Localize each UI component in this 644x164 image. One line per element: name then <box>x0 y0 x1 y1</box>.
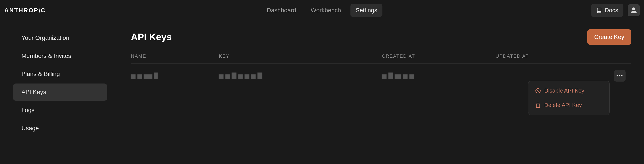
table-row: ••• Disable API Key Delete API Ke <box>131 63 631 88</box>
col-header-name: NAME <box>131 53 219 59</box>
page-title: API Keys <box>131 32 172 42</box>
sidebar: Your Organization Members & Invites Plan… <box>13 29 114 137</box>
create-key-button[interactable]: Create Key <box>587 29 631 45</box>
trash-icon <box>535 103 541 108</box>
svg-line-1 <box>536 89 540 92</box>
docs-button[interactable]: Docs <box>591 4 624 17</box>
top-nav: Dashboard Workbench Settings <box>262 4 382 17</box>
sidebar-item-logs[interactable]: Logs <box>13 102 107 119</box>
delete-key-button[interactable]: Delete API Key <box>531 98 607 112</box>
nav-workbench[interactable]: Workbench <box>306 4 346 17</box>
nav-dashboard[interactable]: Dashboard <box>262 4 301 17</box>
redacted-key <box>219 72 382 79</box>
nav-settings[interactable]: Settings <box>350 4 382 17</box>
row-more-button[interactable]: ••• <box>614 70 626 81</box>
sidebar-item-organization[interactable]: Your Organization <box>13 29 107 46</box>
redacted-name <box>131 72 219 79</box>
avatar[interactable] <box>628 4 640 16</box>
disable-label: Disable API Key <box>544 87 584 94</box>
sidebar-item-billing[interactable]: Plans & Billing <box>13 65 107 83</box>
col-header-updated: UPDATED AT <box>496 53 614 59</box>
book-icon <box>596 8 602 13</box>
row-actions-dropdown: Disable API Key Delete API Key <box>528 81 610 115</box>
disable-icon <box>535 88 541 94</box>
delete-label: Delete API Key <box>544 102 582 109</box>
sidebar-item-usage[interactable]: Usage <box>13 120 107 137</box>
docs-label: Docs <box>604 7 618 14</box>
brand-logo: ANTHROP\C <box>4 7 46 14</box>
col-header-created: CREATED AT <box>382 53 496 59</box>
table-header: NAME KEY CREATED AT UPDATED AT <box>131 53 631 63</box>
user-icon <box>630 7 638 14</box>
sidebar-item-api-keys[interactable]: API Keys <box>13 84 107 101</box>
disable-key-button[interactable]: Disable API Key <box>531 84 607 98</box>
sidebar-item-members[interactable]: Members & Invites <box>13 47 107 64</box>
redacted-created <box>382 72 496 79</box>
col-header-key: KEY <box>219 53 382 59</box>
more-icon: ••• <box>616 73 623 79</box>
